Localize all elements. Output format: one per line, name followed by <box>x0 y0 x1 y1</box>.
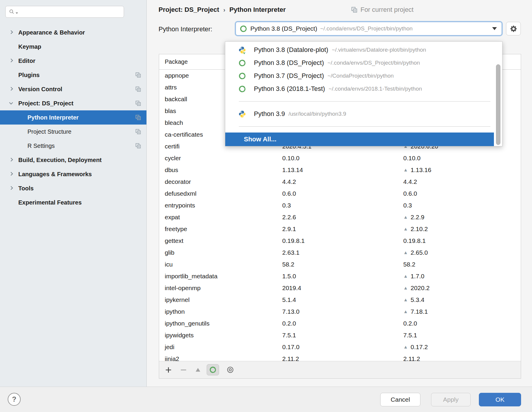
python-icon <box>238 110 246 118</box>
upgrade-arrow-icon: ▲ <box>403 250 408 255</box>
popup-scrollbar-thumb[interactable] <box>496 64 500 145</box>
sidebar-item-tools[interactable]: Tools <box>0 181 146 195</box>
package-version: 4.4.2 <box>282 178 403 185</box>
package-latest: 0.19.8.1 <box>403 237 521 244</box>
search-input[interactable] <box>19 9 121 15</box>
help-button[interactable]: ? <box>8 393 21 406</box>
sidebar-item-plugins[interactable]: Plugins <box>0 68 146 82</box>
sidebar-item-label: Tools <box>18 185 34 192</box>
package-row-ipykernel[interactable]: ipykernel5.1.4▲5.3.4 <box>159 294 521 306</box>
package-version: 0.19.8.1 <box>282 237 403 244</box>
package-row-dbus[interactable]: dbus1.13.14▲1.13.16 <box>159 164 521 176</box>
package-latest-value: 2.2.9 <box>411 214 425 221</box>
package-latest: ▲2.65.0 <box>403 249 521 256</box>
package-row-jinja2[interactable]: jinja22.11.22.11.2 <box>159 353 521 361</box>
sidebar-item-build-execution-deployment[interactable]: Build, Execution, Deployment <box>0 153 146 167</box>
package-version: 7.5.1 <box>282 332 403 339</box>
interpreter-value-name: Python 3.8 (DS_Project) <box>250 25 317 32</box>
sidebar-item-appearance-behavior[interactable]: Appearance & Behavior <box>0 25 146 40</box>
cancel-button[interactable]: Cancel <box>380 393 420 406</box>
interpreter-settings-button[interactable] <box>506 22 521 35</box>
sidebar-item-label: Appearance & Behavior <box>18 29 85 36</box>
package-row-intel-openmp[interactable]: intel-openmp2019.4▲2020.2 <box>159 282 521 294</box>
chevron-right-icon[interactable] <box>9 59 13 63</box>
interpreter-option-python-3-9[interactable]: Python 3.9/usr/local/bin/python3.9 <box>225 107 502 120</box>
interpreter-option-name: Python 3.6 (2018.1-Test) <box>254 85 325 93</box>
upgrade-arrow-icon: ▲ <box>403 168 408 172</box>
package-row-decorator[interactable]: decorator4.4.24.4.2 <box>159 176 521 188</box>
sidebar-item-languages-frameworks[interactable]: Languages & Frameworks <box>0 167 146 181</box>
package-row-cycler[interactable]: cycler0.10.00.10.0 <box>159 152 521 164</box>
package-row-importlib-metadata[interactable]: importlib_metadata1.5.0▲1.7.0 <box>159 270 521 282</box>
package-version: 0.3 <box>282 202 403 209</box>
upgrade-arrow-icon: ▲ <box>403 227 408 231</box>
interpreter-option-python-3-8-datalore-plot[interactable]: vPython 3.8 (Datalore-plot)~/.virtualenv… <box>225 43 502 56</box>
chevron-right-icon[interactable] <box>9 172 13 176</box>
show-all-item[interactable]: Show All... <box>225 133 494 146</box>
ok-button[interactable]: OK <box>479 393 521 406</box>
sidebar-item-label: Editor <box>18 58 35 64</box>
upgrade-arrow-icon: ▲ <box>403 309 408 314</box>
package-row-entrypoints[interactable]: entrypoints0.30.3 <box>159 200 521 211</box>
conda-icon <box>238 85 246 93</box>
interpreter-option-python-3-7-ds-project[interactable]: Python 3.7 (DS_Project)~/CondaProject/bi… <box>225 69 502 82</box>
package-row-glib[interactable]: glib2.63.1▲2.65.0 <box>159 247 521 259</box>
package-name: importlib_metadata <box>159 273 282 280</box>
package-latest-value: 2.65.0 <box>411 249 428 256</box>
package-latest-value: 2.11.2 <box>403 355 420 361</box>
package-latest: 0.10.0 <box>403 155 521 162</box>
package-row-gettext[interactable]: gettext0.19.8.10.19.8.1 <box>159 235 521 247</box>
chevron-right-icon[interactable] <box>9 30 13 34</box>
uninstall-package-button[interactable] <box>179 366 187 374</box>
upgrade-arrow-icon: ▲ <box>403 297 408 302</box>
sidebar-item-keymap[interactable]: Keymap <box>0 40 146 54</box>
package-version: 2.63.1 <box>282 249 403 256</box>
conda-icon <box>209 366 217 374</box>
package-latest-value: 4.4.2 <box>403 178 417 185</box>
chevron-down-icon[interactable] <box>9 101 13 104</box>
package-version: 2019.4 <box>282 285 403 292</box>
package-name: defusedxml <box>159 190 282 197</box>
interpreter-combobox[interactable]: Python 3.8 (DS_Project) ~/.conda/envs/DS… <box>236 22 502 35</box>
install-package-button[interactable] <box>164 366 172 374</box>
package-row-ipython[interactable]: ipython7.13.0▲7.18.1 <box>159 306 521 318</box>
interpreter-dropdown-popup: vPython 3.8 (Datalore-plot)~/.virtualenv… <box>225 41 502 146</box>
apply-button[interactable]: Apply <box>431 393 471 406</box>
sidebar-item-editor[interactable]: Editor <box>0 54 146 68</box>
package-row-jedi[interactable]: jedi0.17.0▲0.17.2 <box>159 341 521 353</box>
upgrade-package-button[interactable] <box>195 367 201 373</box>
scope-indicator: For current project <box>351 6 414 14</box>
package-latest-value: 0.10.0 <box>403 155 420 162</box>
sidebar-item-label: Build, Execution, Deployment <box>18 157 102 164</box>
chevron-right-icon[interactable] <box>9 158 13 162</box>
sidebar-item-python-interpreter[interactable]: Python Interpreter <box>0 110 146 125</box>
sidebar-item-label: R Settings <box>27 143 55 149</box>
interpreter-option-python-3-6-2018-1-test[interactable]: Python 3.6 (2018.1-Test)~/.conda/envs/20… <box>225 82 502 95</box>
sidebar-item-r-settings[interactable]: R Settings <box>0 139 146 153</box>
package-row-expat[interactable]: expat2.2.6▲2.2.9 <box>159 211 521 223</box>
settings-search-box[interactable] <box>5 6 124 18</box>
chevron-right-icon[interactable] <box>9 186 13 190</box>
package-name: icu <box>159 261 282 268</box>
upgrade-arrow-icon: ▲ <box>403 274 408 279</box>
sidebar-item-project-ds-project[interactable]: Project: DS_Project <box>0 96 146 110</box>
chevron-right-icon[interactable] <box>9 87 13 91</box>
package-row-ipywidgets[interactable]: ipywidgets7.5.17.5.1 <box>159 329 521 341</box>
breadcrumb-separator: › <box>223 6 225 13</box>
sidebar-item-project-structure[interactable]: Project Structure <box>0 125 146 139</box>
conda-icon <box>238 59 246 67</box>
package-name: expat <box>159 214 282 221</box>
interpreter-option-name: Python 3.8 (DS_Project) <box>254 59 324 67</box>
show-early-releases-button[interactable] <box>226 366 234 374</box>
package-latest-value: 58.2 <box>403 261 415 268</box>
use-conda-package-manager-toggle[interactable] <box>207 364 219 375</box>
sidebar-item-version-control[interactable]: Version Control <box>0 82 146 96</box>
breadcrumb-page: Python Interpreter <box>229 6 286 14</box>
interpreter-option-python-3-8-ds-project[interactable]: Python 3.8 (DS_Project)~/.conda/envs/DS_… <box>225 56 502 69</box>
package-row-defusedxml[interactable]: defusedxml0.6.00.6.0 <box>159 188 521 200</box>
package-row-freetype[interactable]: freetype2.9.1▲2.10.2 <box>159 223 521 235</box>
package-latest: ▲7.18.1 <box>403 308 521 315</box>
package-row-ipython-genutils[interactable]: ipython_genutils0.2.00.2.0 <box>159 318 521 329</box>
sidebar-item-experimental-features[interactable]: Experimental Features <box>0 195 146 210</box>
package-row-icu[interactable]: icu58.258.2 <box>159 259 521 270</box>
